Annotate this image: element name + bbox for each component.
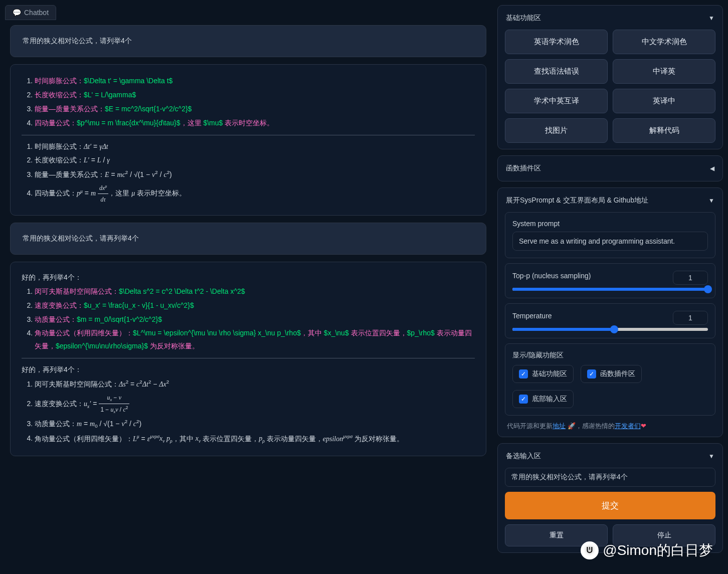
system-prompt-label: System prompt xyxy=(512,220,708,228)
basic-functions-panel: 基础功能区 ▼ 英语学术润色 中文学术润色 查找语法错误 中译英 学术中英互译 … xyxy=(497,5,723,149)
checkbox-icon: ✓ xyxy=(519,369,528,378)
top-p-label: Top-p (nucleus sampling) xyxy=(512,272,591,280)
fn-btn-english-polish[interactable]: 英语学术润色 xyxy=(505,30,608,54)
panel-title: 基础功能区 xyxy=(506,14,541,23)
repo-link[interactable]: 地址 xyxy=(553,422,566,430)
fn-btn-grammar[interactable]: 查找语法错误 xyxy=(505,59,608,84)
bot2-rendered-list: 闵可夫斯基时空间隔公式：Δs2 = c2Δt2 − Δx2 速度变换公式：ux′… xyxy=(22,377,475,446)
tab-chatbot[interactable]: 💬 Chatbot xyxy=(5,5,56,20)
bot2-rendered-intro: 好的，再列举4个： xyxy=(22,363,475,376)
list-item: 角动量公式（利用四维矢量）：Lμ = εμνρσxν pρ，其中 xν 表示位置… xyxy=(35,432,475,446)
chevron-left-icon: ◀ xyxy=(710,165,714,172)
list-item: 四动量公式：pμ = m dxμdτ，这里 μ 表示时空坐标。 xyxy=(35,182,475,205)
temperature-slider[interactable] xyxy=(512,328,708,331)
toggle-box: 显示/隐藏功能区 ✓基础功能区 ✓函数插件区 ✓底部输入区 xyxy=(505,343,715,416)
fn-btn-zh2en[interactable]: 中译英 xyxy=(613,59,715,84)
top-p-slider[interactable] xyxy=(512,288,708,291)
checkbox-icon: ✓ xyxy=(519,395,528,404)
devs-link[interactable]: 开发者们 xyxy=(615,422,641,430)
list-item: 能量—质量关系公式：E = mc2 / √(1 − v2 / c2) xyxy=(35,168,475,181)
check-bottom-input[interactable]: ✓底部输入区 xyxy=(512,390,574,408)
list-item: 动质量公式：m = m0 / √(1 − v2 / c2) xyxy=(35,417,475,431)
check-plugins[interactable]: ✓函数插件区 xyxy=(581,365,642,383)
bot2-intro: 好的，再列举4个： xyxy=(22,271,475,284)
checkbox-icon: ✓ xyxy=(587,369,596,378)
weibo-icon: ᕫ xyxy=(581,541,599,559)
fn-btn-chinese-polish[interactable]: 中文学术润色 xyxy=(613,30,715,54)
watermark: ᕫ @Simon的白日梦 xyxy=(581,541,713,560)
separator xyxy=(22,358,475,358)
fn-btn-en2zh[interactable]: 英译中 xyxy=(613,89,715,113)
submit-button[interactable]: 提交 xyxy=(505,492,715,519)
check-basic[interactable]: ✓基础功能区 xyxy=(512,365,574,383)
list-item: 闵可夫斯基时空间隔公式：Δs2 = c2Δt2 − Δx2 xyxy=(35,377,475,391)
chat-area: 常用的狭义相对论公式，请列举4个 时间膨胀公式：$\Delta t' = \ga… xyxy=(5,23,491,569)
user-message-1: 常用的狭义相对论公式，请列举4个 xyxy=(10,25,486,57)
system-prompt-input[interactable] xyxy=(512,232,708,251)
basic-buttons-grid: 英语学术润色 中文学术润色 查找语法错误 中译英 学术中英互译 英译中 找图片 … xyxy=(505,30,715,143)
bot1-rendered-list: 时间膨胀公式：Δt′ = γΔt 长度收缩公式：L′ = L / γ 能量—质量… xyxy=(22,140,475,205)
bot-message-1: 时间膨胀公式：$\Delta t' = \gamma \Delta t$ 长度收… xyxy=(10,64,486,216)
chevron-down-icon: ▼ xyxy=(708,197,714,204)
fn-btn-academic-trans[interactable]: 学术中英互译 xyxy=(505,89,608,113)
bot2-raw-list: 闵可夫斯基时空间隔公式：$\Delta s^2 = c^2 \Delta t^2… xyxy=(22,285,475,353)
bot1-raw-list: 时间膨胀公式：$\Delta t' = \gamma \Delta t$ 长度收… xyxy=(22,75,475,130)
basic-functions-header[interactable]: 基础功能区 ▼ xyxy=(505,12,715,25)
credit-line: 代码开源和更新地址 🚀，感谢热情的开发者们❤ xyxy=(505,422,715,431)
alt-input-panel: 备选输入区 ▼ 提交 重置 停止 xyxy=(497,443,723,553)
temperature-box: Temperature 1 xyxy=(505,303,715,338)
temperature-label: Temperature xyxy=(512,312,552,320)
fn-btn-find-image[interactable]: 找图片 xyxy=(505,118,608,143)
list-item: 时间膨胀公式：Δt′ = γΔt xyxy=(35,140,475,153)
plugins-header[interactable]: 函数插件区 ◀ xyxy=(505,162,715,175)
bot-message-2: 好的，再列举4个： 闵可夫斯基时空间隔公式：$\Delta s^2 = c^2 … xyxy=(10,262,486,456)
chat-icon: 💬 xyxy=(13,9,21,17)
tab-bar: 💬 Chatbot xyxy=(5,5,491,20)
system-prompt-box: System prompt xyxy=(505,212,715,258)
chevron-down-icon: ▼ xyxy=(708,453,714,460)
sysprompt-panel: 展开SysPrompt & 交互界面布局 & Github地址 ▼ System… xyxy=(497,187,723,437)
top-p-box: Top-p (nucleus sampling) 1 xyxy=(505,263,715,298)
panel-title: 函数插件区 xyxy=(506,164,541,173)
rocket-icon: 🚀 xyxy=(568,422,576,430)
panel-title: 备选输入区 xyxy=(506,452,541,461)
user-message-2: 常用的狭义相对论公式，请再列举4个 xyxy=(10,223,486,255)
alt-input-field[interactable] xyxy=(505,468,715,487)
alt-input-header[interactable]: 备选输入区 ▼ xyxy=(505,450,715,463)
chevron-down-icon: ▼ xyxy=(708,15,714,22)
separator xyxy=(22,135,475,135)
sysprompt-header[interactable]: 展开SysPrompt & 交互界面布局 & Github地址 ▼ xyxy=(505,194,715,207)
plugins-panel: 函数插件区 ◀ xyxy=(497,155,723,181)
heart-icon: ❤ xyxy=(641,422,646,430)
list-item: 速度变换公式：ux′ = ux − v1 − uxv / c2 xyxy=(35,392,475,417)
toggle-label: 显示/隐藏功能区 xyxy=(512,351,708,360)
panel-title: 展开SysPrompt & 交互界面布局 & Github地址 xyxy=(506,196,648,205)
top-p-value[interactable]: 1 xyxy=(673,271,708,285)
fn-btn-explain-code[interactable]: 解释代码 xyxy=(613,118,715,143)
temperature-value[interactable]: 1 xyxy=(673,311,708,325)
tab-label: Chatbot xyxy=(24,9,49,17)
list-item: 长度收缩公式：L′ = L / γ xyxy=(35,154,475,167)
